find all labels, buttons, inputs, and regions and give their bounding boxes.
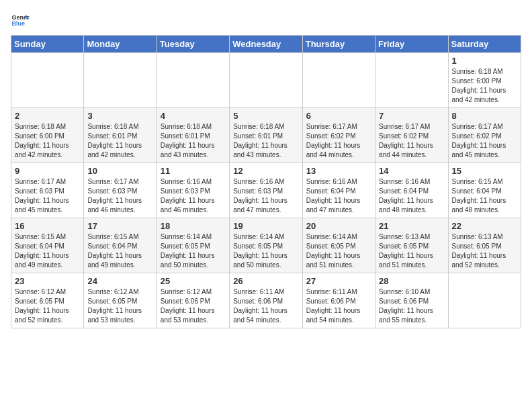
calendar-cell-1-3 — [157, 53, 229, 108]
calendar-cell-1-1 — [11, 53, 84, 108]
day-info: Sunrise: 6:12 AM Sunset: 6:06 PM Dayligh… — [161, 287, 226, 325]
day-info: Sunrise: 6:15 AM Sunset: 6:04 PM Dayligh… — [452, 177, 517, 215]
day-info: Sunrise: 6:15 AM Sunset: 6:04 PM Dayligh… — [87, 232, 152, 270]
day-number: 8 — [452, 111, 517, 121]
weekday-header-sunday: Sunday — [11, 36, 84, 53]
day-info: Sunrise: 6:17 AM Sunset: 6:02 PM Dayligh… — [452, 122, 517, 160]
day-number: 21 — [379, 221, 444, 231]
day-info: Sunrise: 6:13 AM Sunset: 6:05 PM Dayligh… — [379, 232, 444, 270]
day-info: Sunrise: 6:14 AM Sunset: 6:05 PM Dayligh… — [233, 232, 298, 270]
calendar-cell-2-5: 6Sunrise: 6:17 AM Sunset: 6:02 PM Daylig… — [302, 108, 375, 163]
day-info: Sunrise: 6:12 AM Sunset: 6:05 PM Dayligh… — [15, 287, 80, 325]
day-info: Sunrise: 6:10 AM Sunset: 6:06 PM Dayligh… — [379, 287, 444, 325]
calendar-cell-3-5: 13Sunrise: 6:16 AM Sunset: 6:04 PM Dayli… — [302, 163, 375, 218]
day-number: 27 — [306, 276, 371, 286]
day-info: Sunrise: 6:17 AM Sunset: 6:02 PM Dayligh… — [379, 122, 444, 160]
calendar-cell-1-4 — [230, 53, 302, 108]
calendar-cell-2-2: 3Sunrise: 6:18 AM Sunset: 6:01 PM Daylig… — [84, 108, 157, 163]
weekday-header-row: SundayMondayTuesdayWednesdayThursdayFrid… — [11, 36, 521, 53]
calendar-cell-1-7: 1Sunrise: 6:18 AM Sunset: 6:00 PM Daylig… — [448, 53, 521, 108]
day-info: Sunrise: 6:18 AM Sunset: 6:01 PM Dayligh… — [233, 122, 298, 160]
day-info: Sunrise: 6:14 AM Sunset: 6:05 PM Dayligh… — [161, 232, 226, 270]
day-number: 14 — [379, 166, 444, 176]
day-number: 13 — [306, 166, 371, 176]
day-info: Sunrise: 6:16 AM Sunset: 6:03 PM Dayligh… — [233, 177, 298, 215]
day-number: 4 — [161, 111, 226, 121]
day-info: Sunrise: 6:17 AM Sunset: 6:03 PM Dayligh… — [15, 177, 80, 215]
day-number: 26 — [233, 276, 298, 286]
calendar-cell-2-3: 4Sunrise: 6:18 AM Sunset: 6:01 PM Daylig… — [157, 108, 229, 163]
day-info: Sunrise: 6:14 AM Sunset: 6:05 PM Dayligh… — [306, 232, 371, 270]
calendar-cell-5-7 — [448, 273, 521, 328]
day-number: 7 — [379, 111, 444, 121]
weekday-header-tuesday: Tuesday — [157, 36, 229, 53]
day-number: 18 — [161, 221, 226, 231]
day-number: 16 — [15, 221, 80, 231]
calendar-cell-1-2 — [84, 53, 157, 108]
day-number: 11 — [161, 166, 226, 176]
calendar-week-row-2: 2Sunrise: 6:18 AM Sunset: 6:00 PM Daylig… — [11, 108, 521, 163]
calendar-body: 1Sunrise: 6:18 AM Sunset: 6:00 PM Daylig… — [11, 53, 521, 328]
calendar-cell-2-1: 2Sunrise: 6:18 AM Sunset: 6:00 PM Daylig… — [11, 108, 84, 163]
weekday-header-wednesday: Wednesday — [230, 36, 302, 53]
day-number: 19 — [233, 221, 298, 231]
calendar-week-row-4: 16Sunrise: 6:15 AM Sunset: 6:04 PM Dayli… — [11, 218, 521, 273]
calendar-cell-3-7: 15Sunrise: 6:15 AM Sunset: 6:04 PM Dayli… — [448, 163, 521, 218]
day-number: 12 — [233, 166, 298, 176]
day-number: 25 — [161, 276, 226, 286]
calendar-cell-5-1: 23Sunrise: 6:12 AM Sunset: 6:05 PM Dayli… — [11, 273, 84, 328]
calendar-cell-5-2: 24Sunrise: 6:12 AM Sunset: 6:05 PM Dayli… — [84, 273, 157, 328]
day-number: 20 — [306, 221, 371, 231]
calendar-cell-4-3: 18Sunrise: 6:14 AM Sunset: 6:05 PM Dayli… — [157, 218, 229, 273]
day-info: Sunrise: 6:11 AM Sunset: 6:06 PM Dayligh… — [233, 287, 298, 325]
calendar-week-row-5: 23Sunrise: 6:12 AM Sunset: 6:05 PM Dayli… — [11, 273, 521, 328]
day-info: Sunrise: 6:18 AM Sunset: 6:01 PM Dayligh… — [87, 122, 152, 160]
calendar-cell-5-4: 26Sunrise: 6:11 AM Sunset: 6:06 PM Dayli… — [230, 273, 302, 328]
day-info: Sunrise: 6:17 AM Sunset: 6:02 PM Dayligh… — [306, 122, 371, 160]
calendar-cell-2-4: 5Sunrise: 6:18 AM Sunset: 6:01 PM Daylig… — [230, 108, 302, 163]
weekday-header-monday: Monday — [84, 36, 157, 53]
day-number: 6 — [306, 111, 371, 121]
weekday-header-thursday: Thursday — [302, 36, 375, 53]
day-info: Sunrise: 6:18 AM Sunset: 6:00 PM Dayligh… — [15, 122, 80, 160]
day-info: Sunrise: 6:18 AM Sunset: 6:01 PM Dayligh… — [161, 122, 226, 160]
weekday-header-saturday: Saturday — [448, 36, 521, 53]
day-info: Sunrise: 6:16 AM Sunset: 6:04 PM Dayligh… — [379, 177, 444, 215]
day-info: Sunrise: 6:11 AM Sunset: 6:06 PM Dayligh… — [306, 287, 371, 325]
calendar-cell-4-5: 20Sunrise: 6:14 AM Sunset: 6:05 PM Dayli… — [302, 218, 375, 273]
calendar-cell-4-4: 19Sunrise: 6:14 AM Sunset: 6:05 PM Dayli… — [230, 218, 302, 273]
calendar-cell-4-1: 16Sunrise: 6:15 AM Sunset: 6:04 PM Dayli… — [11, 218, 84, 273]
calendar-cell-2-6: 7Sunrise: 6:17 AM Sunset: 6:02 PM Daylig… — [375, 108, 448, 163]
day-number: 5 — [233, 111, 298, 121]
calendar-cell-1-5 — [302, 53, 375, 108]
calendar-cell-5-3: 25Sunrise: 6:12 AM Sunset: 6:06 PM Dayli… — [157, 273, 229, 328]
day-number: 10 — [87, 166, 152, 176]
day-info: Sunrise: 6:12 AM Sunset: 6:05 PM Dayligh… — [87, 287, 152, 325]
calendar-cell-4-6: 21Sunrise: 6:13 AM Sunset: 6:05 PM Dayli… — [375, 218, 448, 273]
day-number: 15 — [452, 166, 517, 176]
calendar-cell-5-6: 28Sunrise: 6:10 AM Sunset: 6:06 PM Dayli… — [375, 273, 448, 328]
calendar-week-row-1: 1Sunrise: 6:18 AM Sunset: 6:00 PM Daylig… — [11, 53, 521, 108]
day-number: 3 — [87, 111, 152, 121]
logo: General Blue — [11, 11, 30, 30]
day-info: Sunrise: 6:16 AM Sunset: 6:04 PM Dayligh… — [306, 177, 371, 215]
day-info: Sunrise: 6:15 AM Sunset: 6:04 PM Dayligh… — [15, 232, 80, 270]
weekday-header-friday: Friday — [375, 36, 448, 53]
day-number: 1 — [452, 56, 517, 66]
calendar-cell-2-7: 8Sunrise: 6:17 AM Sunset: 6:02 PM Daylig… — [448, 108, 521, 163]
day-number: 28 — [379, 276, 444, 286]
day-info: Sunrise: 6:16 AM Sunset: 6:03 PM Dayligh… — [161, 177, 226, 215]
calendar-week-row-3: 9Sunrise: 6:17 AM Sunset: 6:03 PM Daylig… — [11, 163, 521, 218]
calendar-cell-3-4: 12Sunrise: 6:16 AM Sunset: 6:03 PM Dayli… — [230, 163, 302, 218]
calendar-table: SundayMondayTuesdayWednesdayThursdayFrid… — [11, 35, 521, 328]
calendar-cell-4-2: 17Sunrise: 6:15 AM Sunset: 6:04 PM Dayli… — [84, 218, 157, 273]
general-blue-icon: General Blue — [11, 11, 30, 30]
day-info: Sunrise: 6:17 AM Sunset: 6:03 PM Dayligh… — [87, 177, 152, 215]
day-info: Sunrise: 6:18 AM Sunset: 6:00 PM Dayligh… — [452, 67, 517, 105]
day-number: 22 — [452, 221, 517, 231]
calendar-cell-1-6 — [375, 53, 448, 108]
day-number: 2 — [15, 111, 80, 121]
calendar-cell-5-5: 27Sunrise: 6:11 AM Sunset: 6:06 PM Dayli… — [302, 273, 375, 328]
calendar-cell-4-7: 22Sunrise: 6:13 AM Sunset: 6:05 PM Dayli… — [448, 218, 521, 273]
day-info: Sunrise: 6:13 AM Sunset: 6:05 PM Dayligh… — [452, 232, 517, 270]
